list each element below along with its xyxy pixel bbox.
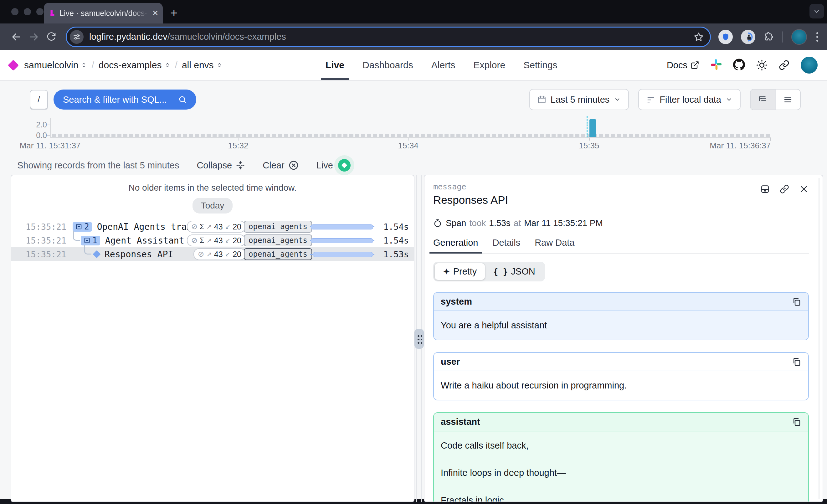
message-card-system: system You are a helpful assistant bbox=[433, 292, 809, 340]
tab-raw-data[interactable]: Raw Data bbox=[535, 238, 574, 248]
bookmark-star-button[interactable] bbox=[694, 32, 704, 42]
breadcrumb-org-label: samuelcolvin bbox=[24, 60, 78, 70]
haiku-line: Code calls itself back, bbox=[441, 440, 801, 452]
haiku-line: Infinite loops in deep thought— bbox=[441, 467, 801, 479]
filter-local-data-dropdown[interactable]: Filter local data bbox=[638, 89, 741, 110]
time-range-dropdown[interactable]: Last 5 minutes bbox=[529, 89, 629, 110]
breadcrumb-env-label: all envs bbox=[182, 60, 214, 70]
docs-link[interactable]: Docs bbox=[667, 60, 699, 70]
span-collapse-badge[interactable]: 2 bbox=[72, 222, 92, 232]
span-name: Responses API bbox=[104, 249, 194, 259]
github-link[interactable] bbox=[733, 58, 745, 72]
site-settings-button[interactable] bbox=[70, 30, 84, 44]
collapse-button[interactable]: Collapse bbox=[197, 160, 245, 170]
browser-tab[interactable]: Live · samuelcolvin/docs-examples ✕ bbox=[44, 3, 163, 23]
minimize-window-button[interactable] bbox=[24, 8, 31, 15]
nav-item-live[interactable]: Live bbox=[326, 50, 344, 80]
duration-bar bbox=[310, 238, 374, 243]
copy-icon[interactable] bbox=[792, 297, 801, 306]
tab-close-icon[interactable]: ✕ bbox=[152, 9, 158, 17]
message-role: assistant bbox=[441, 417, 480, 427]
tab-details[interactable]: Details bbox=[493, 238, 521, 248]
token-stats-pill: ⊘ Σ ↗43 ↙20 bbox=[187, 221, 246, 233]
message-role: system bbox=[441, 296, 472, 307]
dock-panel-icon bbox=[760, 184, 770, 194]
tree-view-toggle[interactable] bbox=[750, 90, 775, 110]
span-collapse-badge[interactable]: 1 bbox=[81, 236, 100, 245]
tokens-out-icon: ↙ bbox=[225, 237, 231, 244]
pretty-label: Pretty bbox=[453, 266, 477, 277]
message-body: Write a haiku about recursion in program… bbox=[434, 371, 808, 400]
theme-toggle-button[interactable] bbox=[756, 59, 768, 71]
row-timestamp: 15:35:21 bbox=[11, 250, 69, 259]
tokens-in-icon: ↗ bbox=[206, 250, 212, 258]
reload-button[interactable] bbox=[45, 31, 58, 43]
macos-window-controls[interactable] bbox=[11, 8, 44, 15]
scope-tag-cell: openai_agents bbox=[250, 248, 306, 260]
permalink-button[interactable] bbox=[779, 184, 789, 194]
x-tick-mark bbox=[408, 138, 409, 141]
span-name: Agent Assistant bbox=[105, 236, 194, 246]
pretty-toggle[interactable]: ✦ Pretty bbox=[435, 263, 485, 280]
forward-button[interactable] bbox=[28, 31, 40, 43]
haiku-line: Fractals in logic. bbox=[441, 494, 801, 502]
link-icon bbox=[780, 184, 789, 194]
copy-icon[interactable] bbox=[792, 417, 801, 427]
breadcrumb-project-label: docs-examples bbox=[99, 60, 162, 70]
nav-item-explore[interactable]: Explore bbox=[473, 50, 505, 80]
x-tick-label: 15:32 bbox=[228, 141, 248, 151]
message-header: user bbox=[434, 353, 808, 371]
clear-button[interactable]: Clear bbox=[262, 160, 299, 170]
sparkle-icon: ✦ bbox=[443, 267, 450, 277]
new-tab-button[interactable]: + bbox=[170, 7, 178, 19]
share-link-button[interactable] bbox=[779, 60, 789, 70]
select-updown-icon bbox=[216, 61, 223, 69]
nav-item-alerts[interactable]: Alerts bbox=[431, 50, 455, 80]
tab-generation[interactable]: Generation bbox=[433, 238, 478, 248]
browser-menu-button[interactable] bbox=[815, 31, 820, 43]
span-duration: 1.53s bbox=[489, 218, 510, 228]
breadcrumb-env[interactable]: all envs bbox=[182, 60, 223, 70]
message-card-assistant: assistant Code calls itself back, Infini… bbox=[433, 412, 809, 502]
password-extension-button[interactable] bbox=[741, 30, 755, 44]
collapse-icon bbox=[236, 161, 245, 170]
row-timestamp: 15:35:21 bbox=[11, 236, 69, 245]
extensions-puzzle-button[interactable] bbox=[764, 32, 774, 42]
copy-icon[interactable] bbox=[792, 357, 801, 366]
live-toggle-button[interactable]: Live bbox=[317, 159, 351, 171]
message-header: assistant bbox=[434, 413, 808, 432]
slack-link[interactable] bbox=[711, 59, 722, 71]
tab-search-chevron-button[interactable] bbox=[810, 4, 824, 18]
json-toggle[interactable]: { } JSON bbox=[485, 263, 543, 280]
date-chip[interactable]: Today bbox=[193, 198, 233, 213]
nav-item-dashboards[interactable]: Dashboards bbox=[362, 50, 413, 80]
span-timestamp: Mar 11 15:35:21 PM bbox=[524, 218, 603, 228]
live-label: Live bbox=[317, 160, 333, 170]
detail-scrollbar[interactable] bbox=[819, 178, 820, 499]
address-bar[interactable]: logfire.pydantic.dev/samuelcolvin/docs-e… bbox=[66, 27, 711, 47]
zoom-window-button[interactable] bbox=[36, 8, 44, 15]
splitter-drag-handle[interactable] bbox=[415, 329, 424, 349]
trace-row[interactable]: 15:35:21 2 OpenAI Agents trace Agent… ⊘ … bbox=[11, 220, 414, 234]
logfire-logo-icon bbox=[8, 59, 19, 70]
slash-shortcut-key[interactable]: / bbox=[30, 90, 48, 109]
dock-panel-button[interactable] bbox=[760, 184, 770, 194]
breadcrumb-org[interactable]: samuelcolvin bbox=[24, 60, 87, 70]
row-timestamp: 15:35:21 bbox=[11, 222, 69, 232]
breadcrumb-project[interactable]: docs-examples bbox=[99, 60, 171, 70]
reload-icon bbox=[46, 32, 56, 42]
browser-profile-avatar[interactable] bbox=[791, 29, 807, 45]
list-view-toggle[interactable] bbox=[775, 90, 800, 110]
tokens-out-count: 20 bbox=[233, 250, 241, 259]
close-panel-button[interactable] bbox=[799, 184, 809, 194]
bitwarden-extension-button[interactable] bbox=[718, 30, 733, 44]
trace-row-selected[interactable]: 15:35:21 Responses API ⊘ ↗43 ↙20 openai_… bbox=[11, 247, 414, 261]
url-text: logfire.pydantic.dev/samuelcolvin/docs-e… bbox=[89, 32, 694, 42]
close-window-button[interactable] bbox=[11, 8, 18, 15]
trace-row[interactable]: 15:35:21 1 Agent Assistant ⊘ Σ ↗43 bbox=[11, 234, 414, 247]
search-sql-button[interactable]: Search & filter with SQL... bbox=[53, 90, 196, 110]
arrow-right-icon bbox=[29, 32, 39, 42]
user-avatar[interactable] bbox=[801, 57, 818, 73]
nav-item-settings[interactable]: Settings bbox=[523, 50, 557, 80]
back-button[interactable] bbox=[10, 31, 22, 43]
